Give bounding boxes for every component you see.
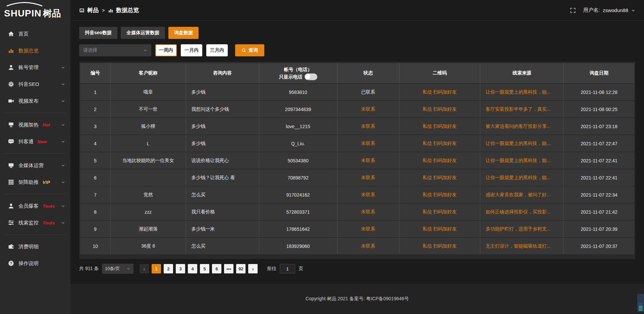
period-button-month[interactable]: 一月内 (181, 44, 202, 56)
sidebar-item-data-overview[interactable]: 数据总览 (0, 42, 70, 59)
cell-source[interactable]: 让你一眼就爱上的黑科技，能... (480, 152, 564, 169)
page-ellipsis-button[interactable]: ••• (224, 264, 233, 273)
sidebar-item-manual[interactable]: ?操作说明 (0, 255, 70, 272)
cell-account: 183929060 (259, 238, 337, 254)
data-tabs: 抖音seo数据全媒体运营数据询盘数据 (79, 27, 635, 39)
sidebar-item-media-ops[interactable]: 全媒体运营 (0, 157, 70, 174)
page-button-6[interactable]: 6 (212, 264, 221, 273)
cell-qrcode[interactable]: 私信 扫码加好友 (399, 135, 480, 152)
app-logo[interactable]: SHUPIN 树品 (0, 0, 70, 21)
cell-source[interactable]: 让你一眼就爱上的黑科技，能... (480, 169, 564, 186)
fullscreen-icon[interactable] (570, 8, 576, 13)
page-button-4[interactable]: 4 (188, 264, 197, 273)
cell-date: 2021-11-07 23:18 (564, 118, 634, 135)
page-size-select[interactable]: 10条/页 (102, 264, 133, 274)
cell-qrcode[interactable]: 私信 扫码加好友 (399, 169, 480, 186)
user-area: 用户名: zswodun88 (570, 7, 635, 13)
username-value[interactable]: zswodun88 (603, 7, 628, 13)
tab-media-ops-data[interactable]: 全媒体运营数据 (121, 27, 165, 39)
cell-account: 9583810 (259, 84, 337, 100)
cell-status: 未联系 (337, 204, 399, 220)
cell-source[interactable]: 无主灯设计，智能磁吸轨道灯... (480, 238, 564, 254)
sidebar-item-matrix-boost[interactable]: 矩阵助推VIP (0, 174, 70, 191)
cell-qrcode[interactable]: 私信 扫码加好友 (399, 238, 480, 254)
cell-qrcode[interactable]: 私信 扫码加好友 (399, 221, 480, 237)
floating-widget[interactable] (637, 294, 644, 312)
sidebar-item-label: 抖客通 (18, 139, 34, 145)
chevron-down-icon (61, 204, 65, 208)
cell-qrcode[interactable]: 私信 扫码加好友 (399, 187, 480, 203)
sidebar-item-clue-monitor[interactable]: 线索监控Tools (0, 214, 70, 231)
tab-inquiry-data[interactable]: 询盘数据 (168, 27, 199, 39)
cell-source[interactable]: 让你一眼就爱上的黑科技，能... (480, 84, 564, 100)
filter-select[interactable]: 请选择 (79, 44, 151, 56)
chevron-down-icon (126, 267, 130, 271)
cell-id: 4 (80, 135, 111, 152)
col-date: 询盘日期 (564, 63, 634, 83)
page-button-5[interactable]: 5 (200, 264, 209, 273)
sidebar-item-badge: Tools (43, 204, 55, 209)
cell-id: 7 (80, 187, 111, 203)
cell-content: 我想问这个多少钱 (186, 101, 259, 117)
cell-account: Q_Liu. (259, 135, 337, 152)
page-button-92[interactable]: 92 (236, 264, 246, 273)
cell-qrcode[interactable]: 私信 扫码加好友 (399, 204, 480, 220)
cell-qrcode[interactable]: 私信 扫码加好友 (399, 118, 480, 135)
cell-source[interactable]: 让你一眼就爱上的黑科技，能... (480, 135, 564, 152)
cell-date: 2021-11-08 12:28 (564, 84, 634, 100)
copyright-text: Copyright 树品 2021 备案号: 粤ICP备09019646号 (306, 296, 409, 302)
cell-content: 多少钱 (186, 84, 259, 100)
sidebar-item-douyin-seo[interactable]: 抖音SEO (0, 76, 70, 93)
table-row: 8zzz我只看价格572803371未联系私信 扫码加好友如何正确选择投影仪，买… (80, 204, 634, 220)
cell-qrcode[interactable]: 私信 扫码加好友 (399, 101, 480, 117)
cell-source[interactable]: 客厅安装投影半年多了，真实... (480, 101, 564, 117)
goto-page-input[interactable] (280, 264, 295, 273)
period-button-week[interactable]: 一周内 (155, 44, 177, 56)
cell-source[interactable]: 多功能护栏灯，适用于乡村文... (480, 221, 564, 237)
table-row: 3狐小狸多少钱love__1215未联系私信 扫码加好友被大家追着问的客厅投影分… (80, 118, 634, 135)
col-qrcode: 二维码 (399, 63, 480, 83)
cell-nickname (111, 169, 186, 186)
cell-source[interactable]: 感谢大家喜欢我家，被问了好... (480, 187, 564, 203)
sidebar-item-member-baoke[interactable]: 会员爆客Tools (0, 198, 70, 214)
prev-page-button[interactable]: ‹ (140, 264, 149, 273)
chevron-down-icon (61, 163, 65, 167)
goto-label: 前往 (267, 266, 276, 272)
sidebar-item-label: 抖音SEO (18, 81, 39, 88)
phone-only-toggle[interactable] (305, 73, 317, 80)
tab-douyin-seo-data[interactable]: 抖音seo数据 (79, 27, 117, 39)
breadcrumb: 树品 > 数据总览 (79, 6, 139, 14)
sidebar-item-badge: Hot (43, 122, 50, 127)
sidebar-item-video-publish[interactable]: 视频发布 (0, 93, 70, 109)
breadcrumb-root[interactable]: 树品 (87, 6, 99, 14)
sidebar-item-badge: New (38, 139, 47, 144)
next-page-button[interactable]: › (248, 264, 258, 273)
cell-qrcode[interactable]: 私信 扫码加好友 (399, 84, 480, 100)
period-button-quarter[interactable]: 三月内 (206, 44, 228, 56)
cell-id: 10 (80, 238, 111, 254)
cell-date: 2021-11-07 22:34 (564, 187, 634, 203)
page-button-3[interactable]: 3 (176, 264, 185, 273)
cell-id: 8 (80, 204, 111, 220)
sidebar-item-account-manage[interactable]: 账号管理 (0, 59, 70, 76)
cell-nickname: 潮起潮落 (111, 221, 186, 237)
chat-icon (8, 139, 14, 145)
cell-qrcode[interactable]: 私信 扫码加好友 (399, 152, 480, 169)
chevron-down-icon[interactable] (631, 8, 635, 12)
cell-source[interactable]: 如何正确选择投影仪，买投影... (480, 204, 564, 220)
sidebar-item-consume-detail[interactable]: 消费明细 (0, 238, 70, 255)
cell-source[interactable]: 被大家追着问的客厅投影分享... (480, 118, 564, 135)
search-button-label: 查询 (249, 47, 258, 53)
cell-id: 3 (80, 118, 111, 135)
page-button-1[interactable]: 1 (152, 264, 161, 273)
chart-icon (108, 8, 113, 13)
page-button-2[interactable]: 2 (164, 264, 173, 273)
search-button[interactable]: 查询 (235, 44, 264, 56)
sidebar-item-home[interactable]: 首页 (0, 25, 70, 42)
sidebar-item-douketong[interactable]: 抖客通New (0, 133, 70, 150)
sidebar-item-video-heat[interactable]: 视频加热Hot (0, 116, 70, 133)
breadcrumb-separator: > (101, 8, 105, 13)
table-row: 2不可一世我想问这个多少钱2097344839未联系私信 扫码加好友客厅安装投影… (80, 101, 634, 117)
cell-date: 2021-11-07 20:39 (564, 221, 634, 237)
grid-icon (8, 179, 14, 185)
